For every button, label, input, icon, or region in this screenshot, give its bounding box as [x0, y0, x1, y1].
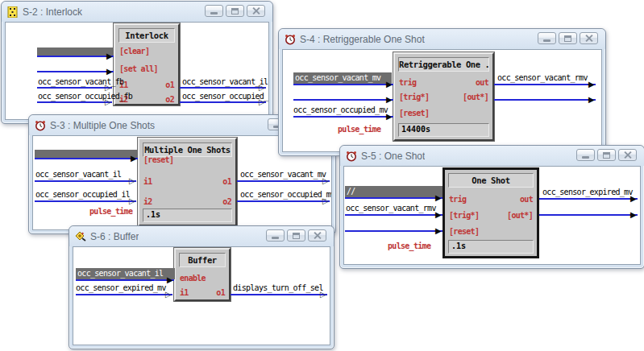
wire-to-trig[interactable]: [345, 197, 442, 199]
port-trig[interactable]: trig: [449, 195, 466, 204]
port-i1[interactable]: i1: [180, 288, 189, 297]
wire-to-clear[interactable]: [37, 56, 114, 57]
wire-to-reset[interactable]: [35, 158, 138, 159]
arrowhead-hollow-icon: ▷: [105, 98, 111, 106]
pulse-time-field[interactable]: 14400s: [398, 123, 489, 137]
port-clear[interactable]: [clear]: [119, 47, 149, 56]
pulse-time-field[interactable]: .1s: [143, 209, 232, 222]
diagram-canvas: One Shot trig [trig*] [reset] out [out*]…: [343, 166, 641, 265]
wire-vacant-fb[interactable]: [37, 87, 112, 89]
wire-to-reset[interactable]: [345, 230, 442, 232]
minimize-icon: [582, 156, 589, 159]
wire-vacant-il[interactable]: [76, 279, 174, 281]
selected-wire-highlight[interactable]: [37, 47, 114, 56]
minimize-button[interactable]: [576, 149, 595, 161]
port-o2[interactable]: o2: [165, 95, 174, 104]
window-title: S-2 : Interlock: [23, 6, 82, 18]
port-reset[interactable]: [reset]: [143, 155, 173, 164]
wire-vacant-il[interactable]: [180, 87, 266, 89]
wire-occupied-mv[interactable]: [237, 200, 330, 202]
port-i2[interactable]: i2: [143, 197, 152, 206]
titlebar[interactable]: S-6 : Buffer: [69, 226, 334, 246]
wire-label[interactable]: occ_sensor_occupied_mv: [240, 190, 332, 200]
port-out-star[interactable]: [out*]: [463, 93, 488, 101]
wire-label[interactable]: occ_sensor_expired_mv: [76, 283, 166, 293]
wire-label[interactable]: occ_sensor_occupied_il: [35, 190, 130, 200]
wire-label[interactable]: occ_sensor_occupied_mv: [293, 105, 388, 115]
wire-occupied-il[interactable]: [35, 200, 136, 202]
wire-label[interactable]: occ_sensor_occupied_fb: [38, 92, 132, 101]
close-button[interactable]: [247, 5, 265, 17]
wire-label[interactable]: occ_sensor_vacant_rmv: [346, 204, 436, 213]
wire-vacant-rmv[interactable]: [494, 84, 596, 85]
close-button[interactable]: [618, 149, 637, 161]
port-out[interactable]: out: [520, 195, 533, 204]
wire-vacant-il[interactable]: [35, 180, 136, 182]
titlebar[interactable]: S-5 : One Shot: [340, 146, 644, 166]
maximize-button[interactable]: [597, 149, 616, 161]
wire-turn-off-sel[interactable]: [231, 294, 327, 295]
pulse-time-field[interactable]: .1s: [448, 240, 534, 254]
port-o1[interactable]: o1: [222, 177, 231, 186]
wire-expired-mv[interactable]: [539, 198, 638, 200]
close-button[interactable]: [308, 229, 326, 242]
wire-label[interactable]: occ_sensor_vacant_il: [182, 77, 268, 87]
titlebar[interactable]: S-2 : Interlock: [2, 2, 272, 22]
selected-wire-highlight[interactable]: [35, 150, 138, 158]
selected-wire-label[interactable]: occ_sensor_vacant_mv: [293, 72, 392, 84]
port-o1[interactable]: o1: [216, 288, 225, 297]
port-enable[interactable]: enable: [180, 274, 206, 283]
selected-wire-label[interactable]: //: [345, 186, 442, 197]
arrowhead-solid-icon: ▶: [630, 211, 637, 219]
wire-expired-mv[interactable]: [76, 294, 172, 295]
wire-label[interactable]: displays_turn_off_sel: [233, 283, 323, 293]
wire-out-star[interactable]: [539, 214, 638, 216]
port-trig-star[interactable]: [trig*]: [399, 93, 429, 101]
port-o1[interactable]: o1: [165, 81, 174, 89]
window-title: S-3 : Multiple One Shots: [50, 120, 155, 131]
port-trig[interactable]: trig: [399, 78, 416, 87]
wire-occupied-fb[interactable]: [37, 101, 112, 103]
port-reset[interactable]: [reset]: [449, 227, 479, 236]
port-i1[interactable]: i1: [143, 177, 152, 186]
function-block-buffer[interactable]: Buffer enable i1 o1: [174, 248, 231, 301]
close-button[interactable]: [580, 32, 598, 44]
wire-label[interactable]: occ_sensor_vacant_mv: [240, 170, 326, 180]
port-out[interactable]: out: [476, 78, 488, 87]
maximize-icon: [564, 35, 571, 42]
port-trig-star[interactable]: [trig*]: [449, 211, 479, 220]
maximize-icon: [603, 152, 610, 159]
wire-vacant-rmv[interactable]: [345, 214, 442, 216]
function-block-multiple-one-shots[interactable]: Multiple One Shots [reset] i1 i2 o1 o2 .…: [138, 138, 237, 226]
wire-label[interactable]: occ_sensor_vacant_rmv: [497, 73, 588, 83]
pulse-time-label: pulse_time: [388, 242, 430, 250]
selected-wire-label[interactable]: occ_sensor_vacant_il: [76, 268, 175, 279]
wire-vacant-mv[interactable]: [237, 180, 330, 182]
wire-occupied-mv[interactable]: [293, 116, 393, 118]
port-out-star[interactable]: [out*]: [507, 211, 533, 220]
maximize-button[interactable]: [287, 229, 305, 242]
minimize-icon: [272, 237, 279, 239]
minimize-button[interactable]: [538, 32, 556, 44]
wire-to-set-all[interactable]: [37, 71, 114, 72]
maximize-button[interactable]: [559, 32, 577, 44]
port-o2[interactable]: o2: [222, 197, 231, 206]
arrowhead-hollow-icon: ▷: [129, 177, 135, 185]
wire-occupied-il[interactable]: [180, 101, 266, 103]
minimize-button[interactable]: [205, 5, 223, 17]
minimize-button[interactable]: [266, 229, 285, 242]
function-block-one-shot[interactable]: One Shot trig [trig*] [reset] out [out*]…: [442, 167, 539, 258]
wire-label[interactable]: occ_sensor_expired_mv: [542, 188, 633, 197]
wire-label[interactable]: occ_sensor_occupied_il: [182, 92, 269, 101]
wire-to-trig-star[interactable]: [293, 99, 393, 101]
titlebar[interactable]: S-4 : Retriggerable One Shot: [279, 29, 605, 49]
wire-vacant-mv[interactable]: [293, 84, 393, 85]
port-set-all[interactable]: [set all]: [119, 64, 158, 73]
wire-out-star[interactable]: [494, 99, 596, 101]
port-reset[interactable]: [reset]: [399, 109, 429, 118]
maximize-button[interactable]: [226, 5, 244, 17]
window-title: S-5 : One Shot: [361, 151, 425, 162]
arrowhead-hollow-icon: ▷: [322, 177, 329, 185]
wire-label[interactable]: occ_sensor_vacant_il: [35, 170, 121, 180]
function-block-retriggerable-one-shot[interactable]: Retriggerable One ... trig [trig*] [rese…: [393, 52, 494, 141]
